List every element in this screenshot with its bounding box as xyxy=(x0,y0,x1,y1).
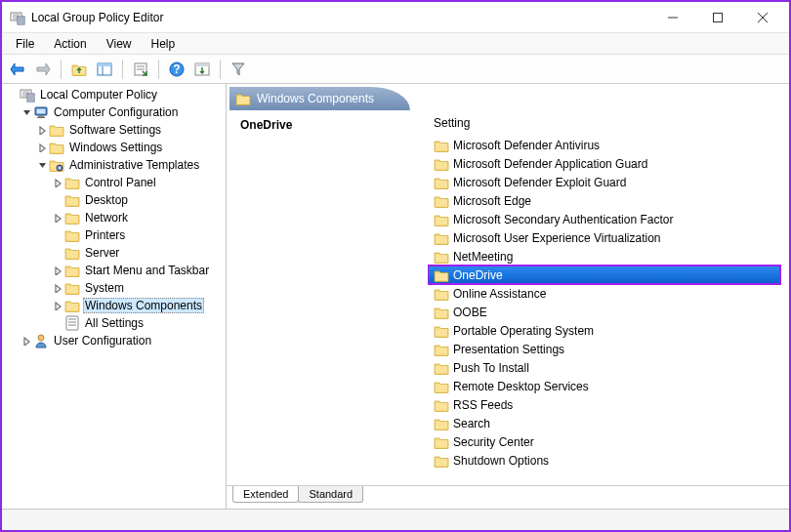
tree-control-panel[interactable]: Control Panel xyxy=(4,174,224,191)
selected-item-label: OneDrive xyxy=(240,118,420,132)
list-item-label: Portable Operating System xyxy=(453,324,594,338)
tree-computer-configuration[interactable]: Computer Configuration xyxy=(4,103,224,121)
list-item[interactable]: Microsoft Secondary Authentication Facto… xyxy=(428,210,786,228)
tree-network[interactable]: Network xyxy=(4,209,224,226)
tree-printers[interactable]: Printers xyxy=(4,226,224,244)
tree-label: System xyxy=(83,280,126,296)
folder-icon xyxy=(434,138,449,153)
list-item-label: Microsoft Defender Antivirus xyxy=(453,139,600,152)
tree-label: User Configuration xyxy=(52,333,153,348)
list-item[interactable]: Push To Install xyxy=(428,358,786,377)
expander-icon[interactable] xyxy=(51,264,64,277)
expander-icon[interactable] xyxy=(51,176,64,189)
toolbar-separator xyxy=(61,60,62,79)
expander-icon[interactable] xyxy=(51,316,64,330)
menu-action[interactable]: Action xyxy=(44,35,96,53)
expander-icon[interactable] xyxy=(6,88,20,102)
app-icon xyxy=(10,10,25,25)
list-item-label: Microsoft Edge xyxy=(453,194,531,208)
description-column: OneDrive xyxy=(232,112,428,485)
toolbar-separator xyxy=(220,60,221,79)
folder-icon xyxy=(434,267,449,283)
expander-icon[interactable] xyxy=(35,123,49,137)
expander-icon[interactable] xyxy=(51,228,64,242)
folder-icon xyxy=(434,342,449,357)
tree-label: Windows Components xyxy=(83,298,204,313)
expander-icon[interactable] xyxy=(51,211,64,225)
window-title: Local Group Policy Editor xyxy=(31,11,650,24)
expander-icon[interactable] xyxy=(20,105,33,119)
tree-label: Administrative Templates xyxy=(67,157,201,173)
menubar: File Action View Help xyxy=(2,33,789,55)
help-button[interactable] xyxy=(165,58,188,81)
list-item[interactable]: Shutdown Options xyxy=(428,451,786,470)
tree-all-settings[interactable]: All Settings xyxy=(4,314,224,332)
list-item[interactable]: RSS Feeds xyxy=(428,395,786,414)
tree-software-settings[interactable]: Software Settings xyxy=(4,121,224,139)
tree-user-configuration[interactable]: User Configuration xyxy=(4,332,224,349)
folder-icon xyxy=(434,360,449,376)
list-header[interactable]: Setting xyxy=(428,112,786,136)
list-item[interactable]: NetMeeting xyxy=(428,247,786,266)
folder-icon xyxy=(64,280,80,296)
list-item[interactable]: Presentation Settings xyxy=(428,340,786,358)
expander-icon[interactable] xyxy=(51,299,64,312)
expander-icon[interactable] xyxy=(35,141,49,154)
minimize-button[interactable] xyxy=(650,4,695,31)
expander-icon[interactable] xyxy=(20,334,33,348)
list-item[interactable]: OOBE xyxy=(428,303,786,321)
close-button[interactable] xyxy=(740,4,785,31)
list-item[interactable]: Remote Desktop Services xyxy=(428,377,786,395)
list-item[interactable]: Online Assistance xyxy=(428,284,786,303)
tree-desktop[interactable]: Desktop xyxy=(4,191,224,209)
folder-icon xyxy=(64,245,80,261)
list-item[interactable]: Portable Operating System xyxy=(428,321,786,340)
back-button[interactable] xyxy=(6,58,29,81)
folder-icon xyxy=(434,434,449,450)
menu-help[interactable]: Help xyxy=(142,35,186,53)
tree-windows-settings[interactable]: Windows Settings xyxy=(4,139,224,156)
folder-icon xyxy=(434,249,449,265)
list-item[interactable]: Security Center xyxy=(428,432,786,451)
folder-icon xyxy=(64,210,80,225)
expander-icon[interactable] xyxy=(51,246,64,260)
maximize-button[interactable] xyxy=(695,4,740,31)
expander-icon[interactable] xyxy=(51,193,64,207)
expander-icon[interactable] xyxy=(51,281,64,295)
export-button[interactable] xyxy=(129,58,152,81)
layout-button[interactable] xyxy=(93,58,116,81)
list-column: Setting Microsoft Defender AntivirusMicr… xyxy=(428,112,786,485)
list-item[interactable]: Microsoft Defender Application Guard xyxy=(428,154,786,173)
folder-icon xyxy=(235,91,251,106)
folder-icon xyxy=(434,397,449,413)
tab-standard[interactable]: Standard xyxy=(298,486,363,503)
tree-windows-components[interactable]: Windows Components xyxy=(4,297,224,314)
forward-button[interactable] xyxy=(31,58,55,81)
menu-file[interactable]: File xyxy=(6,35,44,53)
filter-button[interactable] xyxy=(227,58,250,81)
list-item[interactable]: Microsoft Edge xyxy=(428,191,786,210)
tree-label: Windows Settings xyxy=(67,140,164,155)
up-button[interactable] xyxy=(67,58,91,81)
toolbar xyxy=(2,55,789,84)
menu-view[interactable]: View xyxy=(97,35,142,53)
tree-server[interactable]: Server xyxy=(4,244,224,262)
tree-administrative-templates[interactable]: Administrative Templates xyxy=(4,156,224,174)
list-item[interactable]: Microsoft Defender Exploit Guard xyxy=(428,173,786,191)
tab-extended[interactable]: Extended xyxy=(232,486,299,503)
folder-icon xyxy=(49,122,64,138)
list-item[interactable]: OneDrive xyxy=(428,266,780,284)
header-title: Windows Components xyxy=(257,92,374,105)
expander-icon[interactable] xyxy=(35,158,49,172)
tree-system[interactable]: System xyxy=(4,279,224,297)
list-item[interactable]: Microsoft User Experience Virtualization xyxy=(428,228,786,247)
list-item[interactable]: Search xyxy=(428,414,786,432)
list-item[interactable]: Microsoft Defender Antivirus xyxy=(428,136,786,154)
tree-start-menu-taskbar[interactable]: Start Menu and Taskbar xyxy=(4,262,224,279)
tabs-row: Extended Standard xyxy=(227,485,789,509)
folder-icon xyxy=(49,140,64,155)
folder-icon xyxy=(434,323,449,339)
tree-root[interactable]: Local Computer Policy xyxy=(4,86,224,103)
tree-label: Local Computer Policy xyxy=(38,87,159,102)
apply-button[interactable] xyxy=(190,58,214,81)
